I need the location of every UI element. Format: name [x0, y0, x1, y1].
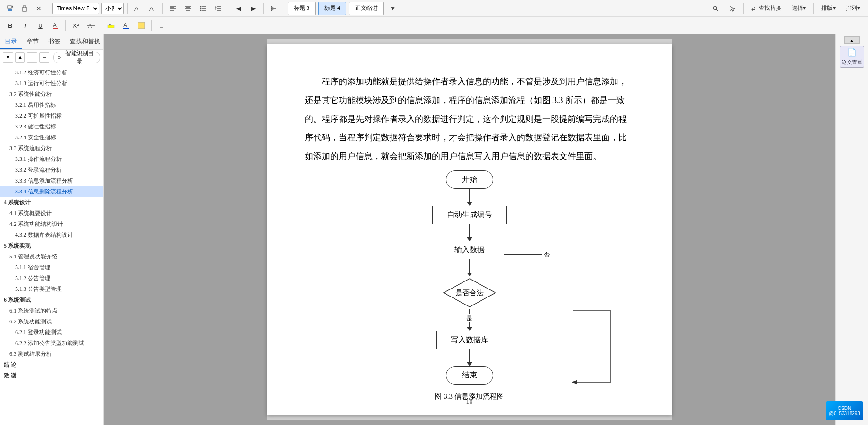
list-ul-btn[interactable]: [196, 2, 210, 15]
char-border-btn[interactable]: □: [155, 19, 168, 32]
bold-btn[interactable]: B: [4, 19, 17, 32]
font-size-select[interactable]: 小四: [101, 3, 124, 14]
toc-item[interactable]: 3.2 系统性能分析: [0, 89, 103, 100]
paste-btn[interactable]: [18, 2, 31, 15]
svg-text:A: A: [123, 22, 127, 29]
toc-item[interactable]: 3.3.2 登录流程分析: [0, 165, 103, 176]
align-center-btn[interactable]: [181, 2, 195, 15]
sep1: [49, 3, 49, 14]
list-ol-btn[interactable]: 1.2.3.: [211, 2, 225, 15]
svg-point-19: [200, 8, 202, 9]
smart-toc-btn[interactable]: ○ 智能识别目录: [53, 52, 100, 63]
style-tab-zhengwen[interactable]: 正文缩进: [349, 2, 384, 15]
toc-item[interactable]: 5.1 管理员功能介绍: [0, 251, 103, 262]
strikethrough-btn[interactable]: A: [84, 19, 97, 32]
toc-down-btn[interactable]: ▼: [3, 52, 13, 63]
clear-btn[interactable]: ✕: [32, 2, 45, 15]
font-increase-btn[interactable]: A+: [131, 2, 144, 15]
toc-item[interactable]: 3.3.1 操作流程分析: [0, 154, 103, 165]
sidebar-tab-bookmark[interactable]: 书签: [43, 34, 65, 49]
paper-check-label: 论文查重: [841, 59, 863, 65]
arrow-yes: [467, 327, 472, 331]
svg-rect-0: [8, 9, 12, 11]
toc-item[interactable]: 3.2.3 健壮性指标: [0, 121, 103, 132]
style-tab-4[interactable]: 标题 4: [318, 2, 346, 15]
toc-item[interactable]: 6.2.1 登录功能测试: [0, 327, 103, 338]
toc-item[interactable]: 3.3.4 信息删除流程分析: [0, 186, 103, 197]
indent-right-btn[interactable]: ▶: [247, 2, 260, 15]
svg-rect-43: [123, 28, 129, 29]
toc-item[interactable]: 致 谢: [0, 370, 103, 381]
search-replace-btn[interactable]: ⇄ 查找替换: [747, 2, 786, 15]
indent-left-btn[interactable]: ◀: [232, 2, 245, 15]
flowchart-wrapper: 开始 自动生成编号 输入数据 否: [305, 170, 634, 385]
flow-node-input: 输入数据: [440, 241, 499, 259]
svg-rect-37: [53, 28, 58, 29]
font-color-btn[interactable]: A: [49, 19, 62, 32]
toc-item[interactable]: 3.3 系统流程分析: [0, 143, 103, 154]
toc-item[interactable]: 6.2 系统功能测试: [0, 316, 103, 327]
style-dropdown-btn[interactable]: ▼: [386, 2, 399, 15]
toc-item[interactable]: 5.1.2 公告管理: [0, 273, 103, 284]
superscript-btn[interactable]: X²: [69, 19, 82, 32]
sidebar-tab-search[interactable]: 查找和替换: [65, 34, 105, 49]
toc-item[interactable]: 结 论: [0, 360, 103, 370]
svg-text:+: +: [138, 6, 140, 10]
toc-item[interactable]: 6 系统测试: [0, 295, 103, 305]
toc-item[interactable]: 6.2.2 添加公告类型功能测试: [0, 338, 103, 349]
toc-item[interactable]: 5.1.3 公告类型管理: [0, 284, 103, 295]
cursor-btn[interactable]: [725, 2, 740, 15]
svg-text:A: A: [88, 23, 92, 29]
font-decrease-btn[interactable]: A-: [146, 2, 159, 15]
sep4: [228, 3, 228, 14]
sidebar-toc-content: 3.1.2 经济可行性分析3.1.3 运行可行性分析3.2 系统性能分析3.2.…: [0, 65, 103, 425]
arrow-2: [467, 237, 472, 241]
toc-item[interactable]: 3.2.4 安全性指标: [0, 132, 103, 143]
document-page: 程序的添加功能就是提供给操作者录入信息的功能，不管是涉及到用户信息添加，还是其它…: [267, 44, 672, 415]
toc-item[interactable]: 3.1.2 经济可行性分析: [0, 67, 103, 78]
style-tab-3[interactable]: 标题 3: [288, 2, 316, 15]
yes-label: 是: [466, 314, 472, 322]
paper-check-btn[interactable]: 📄 论文查重: [840, 46, 864, 68]
text-color-btn[interactable]: A: [120, 19, 133, 32]
scroll-up-btn[interactable]: ▲: [844, 36, 860, 44]
sep9: [65, 20, 66, 31]
smart-toc-icon: ○: [57, 54, 61, 61]
font-name-select[interactable]: Times New Roma: [52, 3, 99, 14]
svg-text:-: -: [153, 6, 154, 10]
toc-item[interactable]: 4.3.2 数据库表结构设计: [0, 230, 103, 241]
highlight-btn[interactable]: A: [105, 19, 118, 32]
sort-btn[interactable]: 排列▾: [842, 2, 864, 15]
align-left-btn[interactable]: [166, 2, 179, 15]
search-icon-btn[interactable]: [708, 2, 723, 15]
svg-text:A: A: [53, 22, 57, 29]
toc-add-btn[interactable]: +: [27, 52, 37, 63]
sidebar-tab-toc[interactable]: 目录: [0, 34, 22, 49]
toc-item[interactable]: 3.2.1 易用性指标: [0, 100, 103, 111]
toc-item[interactable]: 3.3.3 信息添加流程分析: [0, 176, 103, 186]
paper-check-icon: 📄: [841, 48, 863, 58]
toc-item[interactable]: 3.2.2 可扩展性指标: [0, 111, 103, 121]
underline-btn[interactable]: U: [34, 19, 47, 32]
italic-btn[interactable]: I: [19, 19, 32, 32]
toc-item[interactable]: 5.1.1 宿舍管理: [0, 262, 103, 273]
toc-item[interactable]: 3.1.3 运行可行性分析: [0, 78, 103, 89]
toc-item[interactable]: 5 系统实现: [0, 241, 103, 251]
svg-text:A: A: [109, 23, 112, 27]
layout-btn[interactable]: 排版▾: [817, 2, 840, 15]
toc-item[interactable]: 4 系统设计: [0, 197, 103, 208]
toc-up-btn[interactable]: ▲: [15, 52, 25, 63]
toc-item[interactable]: 4.1 系统概要设计: [0, 208, 103, 219]
select-btn[interactable]: 选择▾: [787, 2, 810, 15]
sidebar-tab-chapter[interactable]: 章节: [22, 34, 43, 49]
no-branch: 否: [504, 250, 550, 259]
flowchart: 开始 自动生成编号 输入数据 否: [432, 170, 507, 385]
svg-text:✕: ✕: [36, 5, 41, 12]
toc-item[interactable]: 6.3 测试结果分析: [0, 349, 103, 360]
toc-minus-btn[interactable]: −: [39, 52, 49, 63]
toc-item[interactable]: 6.1 系统测试的特点: [0, 305, 103, 316]
line-spacing-btn[interactable]: [267, 2, 280, 15]
format-btn[interactable]: [4, 2, 17, 15]
toc-item[interactable]: 4.2 系统功能结构设计: [0, 219, 103, 230]
font-bg-btn[interactable]: [135, 19, 148, 32]
